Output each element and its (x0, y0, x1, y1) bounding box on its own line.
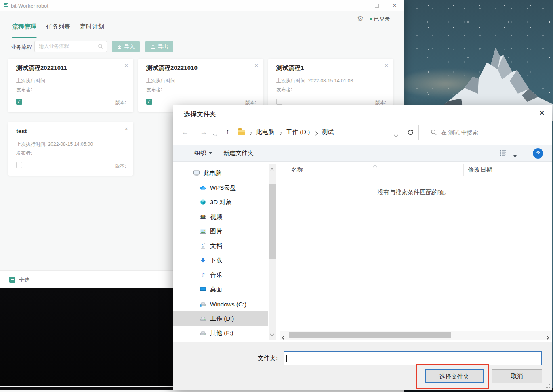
publisher-label: 发布者: (16, 150, 32, 156)
column-separator[interactable] (463, 164, 464, 176)
folder-field-label: 文件夹: (258, 354, 278, 362)
tree-item-wps-cloud[interactable]: WPS云盘 (173, 180, 268, 195)
card-close-icon[interactable]: × (124, 125, 128, 132)
view-details-icon[interactable] (499, 149, 507, 157)
card-title: 测试流程20221010 (146, 64, 198, 72)
process-card[interactable]: 测试流程20221010 × 上次执行时间: 发布者: 版本: (138, 59, 263, 112)
folder-name-field (284, 351, 542, 365)
breadcrumb-this-pc[interactable]: 此电脑 (256, 128, 274, 136)
close-icon[interactable]: × (390, 2, 399, 10)
sort-ascending-icon (374, 163, 376, 170)
version-label: 版本: (115, 99, 126, 106)
process-card[interactable]: test × 上次执行时间: 2022-08-15 14:05:00 发布者: … (8, 122, 133, 176)
publisher-label: 发布者: (16, 87, 32, 92)
publisher-label: 发布者: (276, 87, 292, 92)
up-icon[interactable]: ↑ (226, 128, 229, 136)
view-options-caret-icon[interactable] (511, 153, 517, 160)
tree-item-3d-objects[interactable]: 3D 对象 (173, 195, 268, 210)
navigation-bar: ← → ↑ 此电脑 工作 (D:) 测试 (173, 125, 552, 141)
horizontal-scrollbar-thumb[interactable] (289, 332, 451, 338)
process-search-input[interactable] (35, 41, 96, 52)
online-dot-icon (370, 18, 372, 20)
column-header-date-modified[interactable]: 修改日期 (468, 166, 492, 174)
breadcrumb-test[interactable]: 测试 (322, 128, 334, 136)
card-close-icon[interactable]: × (254, 62, 258, 69)
caret-down-icon (209, 152, 212, 154)
tree-scrollbar[interactable] (269, 164, 276, 340)
card-checkbox[interactable] (146, 99, 152, 105)
back-icon[interactable]: ← (181, 128, 189, 136)
version-label: 版本: (115, 163, 126, 170)
cancel-button[interactable]: 取消 (492, 369, 542, 383)
address-dropdown-icon[interactable] (395, 131, 397, 138)
tree-item-windows-c[interactable]: Windows (C:) (173, 297, 268, 311)
select-all-checkbox[interactable] (9, 277, 15, 283)
card-close-icon[interactable]: × (124, 62, 128, 69)
tree-item-downloads[interactable]: 下载 (173, 253, 268, 268)
scroll-right-icon[interactable] (546, 333, 549, 341)
minimize-icon[interactable] (353, 2, 362, 10)
scroll-down-icon[interactable] (271, 330, 273, 337)
tree-item-this-pc[interactable]: 此电脑 (173, 166, 268, 180)
process-card[interactable]: 测试流程1 × 上次执行时间: 2022-08-15 14:01:03 发布者:… (268, 59, 393, 112)
organize-button[interactable]: 组织 (194, 149, 212, 157)
tree-item-desktop[interactable]: 桌面 (173, 282, 268, 297)
tree-item-other-f[interactable]: 其他 (F:) (173, 326, 268, 340)
tab-scheduled-plan[interactable]: 定时计划 (80, 23, 104, 35)
tree-item-music[interactable]: ♪ 音乐 (173, 268, 268, 282)
forward-icon[interactable]: → (200, 128, 207, 136)
tree-scrollbar-thumb[interactable] (269, 184, 276, 259)
card-checkbox[interactable] (16, 99, 22, 105)
business-process-label: 业务流程 (11, 44, 32, 51)
last-run-value: 2022-08-15 14:01:03 (308, 78, 353, 84)
scroll-up-icon[interactable] (271, 166, 273, 173)
new-folder-button[interactable]: 新建文件夹 (223, 149, 254, 157)
card-title: test (16, 128, 27, 134)
card-close-icon[interactable]: × (385, 62, 388, 69)
export-button[interactable]: 导出 (145, 41, 173, 52)
chevron-right-icon (249, 129, 252, 136)
import-button[interactable]: 导入 (112, 41, 140, 52)
active-tab-underline (12, 37, 37, 38)
dialog-close-icon[interactable]: × (539, 108, 545, 118)
app-titlebar: bit-Worker robot × (0, 0, 404, 11)
tree-item-documents[interactable]: 文档 (173, 239, 268, 253)
address-bar[interactable]: 此电脑 工作 (D:) 测试 (234, 125, 403, 140)
column-header-name[interactable]: 名称 (291, 166, 303, 174)
login-status-label: 已登录 (374, 16, 390, 22)
empty-results-message: 没有与搜索条件匹配的项。 (327, 189, 500, 196)
windows-drive-icon (199, 301, 206, 307)
settings-gear-icon[interactable]: ⚙ (357, 14, 364, 23)
refresh-button[interactable] (402, 125, 419, 140)
last-run-label: 上次执行时间: (16, 78, 46, 84)
folder-name-input[interactable] (284, 352, 541, 365)
tree-item-pictures[interactable]: 图片 (173, 224, 268, 239)
command-bar: 组织 新建文件夹 ? (173, 145, 552, 162)
maximize-icon[interactable] (372, 2, 381, 10)
breadcrumb-work-d[interactable]: 工作 (D:) (286, 128, 310, 136)
music-note-icon: ♪ (199, 272, 206, 278)
tree-item-videos[interactable]: 视频 (173, 210, 268, 224)
process-search-box (34, 41, 107, 52)
tree-item-work-d[interactable]: 工作 (D:) (173, 311, 268, 326)
last-run-label: 上次执行时间: (276, 78, 307, 84)
process-card[interactable]: 测试流程20221011 × 上次执行时间: 发布者: 版本: (8, 59, 133, 112)
select-folder-dialog: 选择文件夹 × ← → ↑ 此电脑 工作 (D:) 测试 (173, 105, 552, 390)
screen: bit-Worker robot × ⚙ 已登录 流程管理 任务列表 定时计划 … (0, 0, 553, 392)
tab-process-management[interactable]: 流程管理 (12, 23, 36, 35)
history-dropdown-icon[interactable] (214, 130, 217, 138)
folder-icon (238, 130, 245, 135)
card-checkbox[interactable] (16, 162, 22, 168)
horizontal-scrollbar[interactable] (280, 331, 551, 340)
last-run-label: 上次执行时间: (16, 141, 46, 147)
document-icon (199, 243, 206, 249)
resize-grip[interactable] (546, 384, 550, 388)
help-button[interactable]: ? (533, 148, 543, 159)
dialog-search-input[interactable] (441, 125, 544, 140)
scroll-left-icon[interactable] (282, 333, 285, 341)
select-folder-button[interactable]: 选择文件夹 (425, 369, 484, 383)
search-icon (98, 44, 103, 49)
text-caret (286, 355, 287, 362)
card-checkbox[interactable] (276, 99, 282, 105)
tab-task-list[interactable]: 任务列表 (46, 23, 70, 35)
